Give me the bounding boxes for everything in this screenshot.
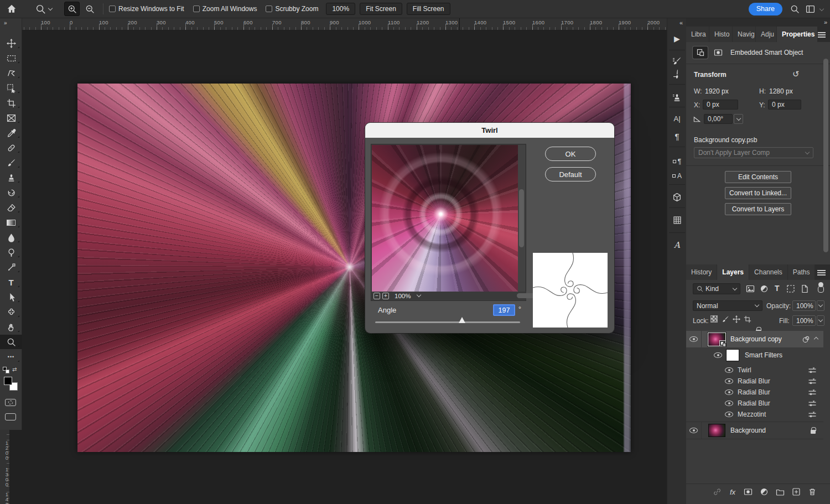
filter-pixel-layers-icon[interactable]	[746, 284, 755, 293]
visibility-eye-icon[interactable]	[725, 401, 733, 406]
healing-brush-tool[interactable]	[0, 141, 22, 155]
collapse-filters-icon[interactable]	[814, 337, 818, 341]
dodge-tool[interactable]	[0, 245, 22, 259]
layer-thumbnail[interactable]	[708, 424, 725, 437]
properties-menu-icon[interactable]	[818, 32, 826, 38]
filter-smart-objects-icon[interactable]	[800, 284, 809, 293]
smart-filter-row[interactable]: Radial Blur	[686, 376, 823, 387]
zoom-tool-preset[interactable]	[35, 4, 52, 14]
home-button[interactable]	[7, 4, 17, 14]
preview-zoom-value[interactable]: 100%	[395, 293, 411, 299]
smart-filter-clip-icon[interactable]	[802, 335, 810, 344]
checkbox-icon[interactable]	[266, 6, 272, 12]
rotation-dropdown[interactable]	[734, 114, 743, 124]
scrollbar-thumb[interactable]	[519, 189, 524, 247]
zoom-in-button[interactable]	[64, 2, 80, 16]
visibility-eye-icon[interactable]	[689, 428, 698, 433]
tab-navigator[interactable]: Navig	[733, 27, 755, 42]
filter-mask-thumbnail[interactable]	[726, 349, 739, 361]
filter-name[interactable]: Radial Blur	[738, 377, 770, 385]
custom-shape-tool[interactable]	[0, 305, 22, 319]
eraser-tool[interactable]	[0, 200, 22, 215]
zoom-all-windows-checkbox[interactable]: Zoom All Windows	[193, 5, 257, 13]
move-tool[interactable]	[0, 36, 22, 50]
swap-colors-icon[interactable]: ⇄	[12, 366, 17, 372]
marquee-tool[interactable]	[0, 51, 22, 65]
gradient-tool[interactable]	[0, 215, 22, 230]
toolbar-expand-icon[interactable]: »	[4, 20, 7, 26]
layer-filtering-toggle[interactable]	[817, 282, 824, 293]
fill-input[interactable]: 100%	[792, 315, 816, 326]
properties-scrollbar[interactable]	[823, 59, 828, 252]
path-selection-tool[interactable]	[0, 290, 22, 304]
lasso-tool[interactable]	[0, 66, 22, 80]
layer-name[interactable]: Background	[730, 427, 766, 434]
character-panel-icon[interactable]: A|	[667, 111, 687, 126]
quick-mask-button[interactable]	[5, 399, 16, 406]
paragraph-panel-icon[interactable]: ¶	[667, 129, 687, 143]
lock-transparency-icon[interactable]	[710, 315, 718, 323]
lock-artboard-icon[interactable]	[744, 315, 751, 323]
fit-screen-button[interactable]: Fit Screen	[360, 3, 402, 15]
lock-paint-icon[interactable]	[722, 315, 729, 323]
clone-source-panel-icon[interactable]	[667, 90, 687, 105]
layers-menu-icon[interactable]	[817, 270, 826, 276]
convert-to-linked-button[interactable]: Convert to Linked...	[725, 187, 791, 199]
fill-screen-button[interactable]: Fill Screen	[407, 3, 450, 15]
visibility-eye-icon[interactable]	[725, 412, 733, 417]
link-layers-icon[interactable]	[713, 487, 722, 496]
layer-row-background[interactable]: Background	[686, 422, 823, 439]
zoom-tool[interactable]	[0, 335, 22, 349]
brush-tool[interactable]	[0, 155, 22, 170]
smart-filter-row[interactable]: Radial Blur	[686, 387, 823, 398]
foreground-color-swatch[interactable]	[4, 377, 12, 385]
rotation-input[interactable]: 0,00°	[704, 114, 733, 124]
filter-blend-options-icon[interactable]	[808, 367, 817, 374]
visibility-eye-icon[interactable]	[689, 336, 698, 342]
opacity-dropdown[interactable]	[817, 300, 824, 311]
clone-stamp-tool[interactable]	[0, 170, 22, 185]
opacity-input[interactable]: 100%	[792, 300, 816, 311]
blend-mode-dropdown[interactable]: Normal	[693, 300, 762, 311]
tab-channels[interactable]: Channels	[749, 264, 787, 280]
h-value[interactable]: 1280 px	[769, 87, 793, 95]
checkbox-icon[interactable]	[193, 6, 200, 12]
dialog-title[interactable]: Twirl	[365, 123, 614, 138]
tab-adjustments[interactable]: Adju	[756, 27, 776, 42]
filter-name[interactable]: Mezzotint	[738, 411, 766, 418]
frame-tool[interactable]	[0, 111, 22, 125]
filter-blend-options-icon[interactable]	[808, 400, 817, 407]
tab-libraries[interactable]: Libra	[686, 27, 709, 42]
smart-object-properties-icon[interactable]	[693, 46, 708, 59]
tab-layers[interactable]: Layers	[717, 264, 749, 280]
resize-windows-checkbox[interactable]: Resize Windows to Fit	[109, 5, 184, 13]
tab-properties[interactable]: Properties	[777, 27, 817, 42]
visibility-eye-icon[interactable]	[714, 352, 722, 358]
checkbox-icon[interactable]	[109, 6, 116, 12]
tab-paths[interactable]: Paths	[788, 264, 815, 280]
type-tool[interactable]: T	[0, 275, 22, 289]
twirl-preview-image[interactable]	[372, 145, 518, 292]
edit-contents-button[interactable]: Edit Contents	[725, 171, 791, 183]
preview-zoom-out-button[interactable]: −	[374, 293, 380, 299]
y-input[interactable]: 0 px	[768, 100, 801, 110]
edit-toolbar-ellipsis[interactable]: •••	[0, 350, 22, 364]
mask-properties-icon[interactable]	[710, 46, 725, 59]
object-selection-tool[interactable]	[0, 81, 22, 95]
smart-filter-row[interactable]: Mezzotint	[686, 409, 823, 420]
patterns-panel-icon[interactable]	[667, 213, 687, 227]
brushes-panel-icon[interactable]	[667, 67, 687, 81]
preview-horizontal-scrollbar[interactable]	[423, 292, 526, 300]
angle-slider-track[interactable]	[375, 321, 520, 323]
visibility-eye-icon[interactable]	[725, 389, 733, 395]
filter-shape-layers-icon[interactable]	[786, 284, 795, 293]
delete-layer-icon[interactable]	[808, 487, 817, 496]
fill-dropdown[interactable]	[817, 315, 824, 326]
filter-blend-options-icon[interactable]	[808, 389, 817, 396]
zoom-out-button[interactable]	[82, 2, 97, 16]
filter-adjustment-layers-icon[interactable]	[760, 284, 769, 293]
layer-effects-icon[interactable]: fx	[730, 488, 735, 496]
visibility-eye-icon[interactable]	[725, 378, 733, 384]
collapse-dock-icon[interactable]: «	[679, 19, 683, 26]
paragraph-styles-panel-icon[interactable]: ¶	[667, 154, 687, 169]
